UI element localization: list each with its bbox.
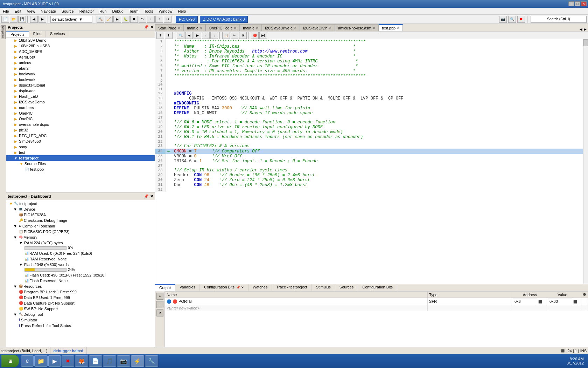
et-bp[interactable]: 🔴: [251, 32, 259, 39]
new-button[interactable]: 📄: [1, 16, 9, 23]
taskbar-music[interactable]: 🎵: [103, 355, 116, 367]
list-item[interactable]: ▶ADC_1MSPS: [6, 49, 155, 54]
tab-sources[interactable]: Sources: [335, 284, 358, 291]
stop2-button[interactable]: ⏹: [517, 16, 525, 23]
dashboard-memory[interactable]: ▼🧠 Memory: [8, 234, 153, 240]
list-item[interactable]: ▶oversample dspic: [6, 122, 155, 127]
dashboard-compiler[interactable]: ▼⚙ Compiler Toolchain: [8, 223, 153, 229]
debug-button[interactable]: 🐛: [122, 16, 130, 23]
tab-i2cslavedrive[interactable]: I2CSlaveDrive.c ✕: [262, 24, 300, 31]
et-btn9[interactable]: ⎘: [239, 32, 247, 39]
maximize-button[interactable]: □: [575, 1, 580, 6]
list-item-test-pbp[interactable]: 📄test.pbp: [6, 166, 155, 172]
code-content[interactable]: [171, 87, 583, 91]
list-item[interactable]: ▶dspic33-tutorial: [6, 82, 155, 88]
code-content[interactable]: #CONFIG: [171, 91, 583, 96]
stop-button[interactable]: ⏹: [130, 16, 138, 23]
project-dropdown[interactable]: default (active) ▼: [50, 16, 92, 23]
dashboard-device[interactable]: ▼💻 Device: [8, 206, 153, 212]
code-content[interactable]: [171, 164, 583, 168]
code-content[interactable]: [171, 188, 583, 192]
tab-output[interactable]: Output: [155, 284, 175, 291]
list-item[interactable]: ▶amicus: [6, 60, 155, 66]
list-item[interactable]: ▶bookwork: [6, 71, 155, 77]
tab-start-page-close[interactable]: ✕: [178, 26, 181, 30]
tab-onepic-lcd[interactable]: OnePIC_lcd.c ✕: [205, 24, 240, 31]
close-button[interactable]: ✕: [581, 1, 587, 6]
watch-add-btn[interactable]: +: [156, 293, 163, 300]
code-content[interactable]: TRISA.6 = 1 '// Set for input. 1 = Decod…: [171, 159, 583, 164]
projects-pin-button[interactable]: 📌: [144, 25, 149, 29]
code-content[interactable]: VRCON = 0 '// Vref Off: [171, 154, 583, 159]
tab-start-page[interactable]: Start Page ✕: [155, 24, 184, 31]
tab-stimulus[interactable]: Stimulus: [312, 284, 335, 291]
code-content[interactable]: '// RA.7 = LED drive or IR receive input…: [171, 125, 583, 130]
navigation-strip-btn[interactable]: Navigation: [1, 25, 6, 39]
code-content[interactable]: __CONFIG _INTOSC_OSC_NOCLKOUT & _WDT_OFF…: [171, 96, 583, 101]
code-content[interactable]: '***************************************…: [171, 39, 583, 44]
list-item[interactable]: ▶atan2: [6, 66, 155, 71]
et-btn3[interactable]: ◀: [185, 32, 193, 39]
reset-button[interactable]: ↺: [164, 16, 172, 23]
code-content[interactable]: '* Name : IR-Chips.bas *: [171, 44, 583, 49]
taskbar-ie[interactable]: e: [21, 355, 34, 367]
list-item[interactable]: ▶Flash_LED: [6, 94, 155, 99]
tab-onepic-lcd-close[interactable]: ✕: [234, 26, 237, 30]
list-item[interactable]: ▶pic32: [6, 127, 155, 133]
back-button[interactable]: ◀: [30, 16, 38, 23]
dashboard-flash[interactable]: ▼ Flash 2048 (0x800) words: [8, 262, 153, 267]
tab-i2cslavedrive-close[interactable]: ✕: [294, 26, 297, 30]
tab-test-pbp-close[interactable]: ✕: [397, 26, 400, 30]
tab-watches[interactable]: Watches: [248, 284, 272, 291]
code-content[interactable]: '* modified : Same PIC functions as IR e…: [171, 64, 583, 69]
list-item[interactable]: ▶OnePIC: [6, 110, 155, 116]
list-item[interactable]: ▶numbers: [6, 105, 155, 110]
et-btn6[interactable]: ↓: [210, 32, 218, 39]
watch-refresh-btn[interactable]: ↺: [156, 309, 163, 316]
tab-i2cslavedrv-close[interactable]: ✕: [329, 26, 332, 30]
tab-amicus[interactable]: amicus-no-osc.asm ✕: [335, 24, 379, 31]
step-into-button[interactable]: ↓: [147, 16, 155, 23]
taskbar-av[interactable]: ✖: [62, 355, 74, 367]
code-content[interactable]: [171, 116, 583, 120]
projects-close-button[interactable]: ✕: [150, 25, 153, 29]
tab-main-c-close[interactable]: ✕: [200, 26, 202, 30]
list-item[interactable]: ▶RTC_LED_ADC: [6, 133, 155, 138]
et-btn7[interactable]: 📋: [222, 32, 230, 39]
tab-config-bits[interactable]: Configuration Bits 📌 ✕: [200, 284, 248, 291]
tab-services[interactable]: Services: [46, 31, 69, 37]
menu-source[interactable]: Source: [59, 8, 77, 14]
dashboard-close-button[interactable]: ✕: [150, 194, 153, 199]
taskbar-pdf[interactable]: 📄: [89, 355, 102, 367]
search-box[interactable]: Search (Ctrl+I): [531, 16, 587, 23]
code-content[interactable]: [171, 79, 583, 83]
list-item[interactable]: ▶I2CSlaveDemo: [6, 99, 155, 105]
tab-main-c[interactable]: main.c ✕: [184, 24, 205, 31]
menu-file[interactable]: File: [0, 8, 12, 14]
code-content[interactable]: '***************************************…: [171, 74, 583, 79]
dashboard-pin-button[interactable]: 📌: [144, 194, 149, 199]
menu-help[interactable]: Help: [175, 8, 189, 14]
menu-window[interactable]: Window: [156, 8, 175, 14]
build-button[interactable]: 🔨: [97, 16, 104, 23]
code-content[interactable]: '// RA.6 = MODE select. 1 = decode funct…: [171, 120, 583, 125]
code-content[interactable]: DEFINE NO_CLRWDT '// Saves 17 words code…: [171, 111, 583, 116]
et-btn5[interactable]: ↑: [202, 32, 210, 39]
code-content[interactable]: '// RA.0 = 1M Latched = 1, Momentary = 0…: [171, 130, 583, 135]
code-content[interactable]: '* Notes : Infrared decoder & encoder IC…: [171, 54, 583, 59]
list-item-testproject[interactable]: ▼testproject: [6, 155, 155, 161]
taskbar-camera[interactable]: 📷: [117, 355, 130, 367]
taskbar-media[interactable]: ▶: [48, 355, 61, 367]
code-content[interactable]: '// For PIC16F62x & A versions: [171, 144, 583, 149]
et-btn8[interactable]: ✂: [231, 32, 238, 39]
tab-test-pbp[interactable]: test.pbp ✕: [379, 24, 403, 31]
tab-scroll-left[interactable]: ◀: [580, 27, 582, 31]
dashboard-resources[interactable]: ▼📦 Resources: [8, 284, 153, 289]
tab-scroll-right[interactable]: ▶: [584, 27, 587, 31]
list-item-source-files[interactable]: ▼Source Files: [6, 161, 155, 166]
code-content[interactable]: One CON 48 '// One = (48 * 25uS) = 1.2mS…: [171, 183, 583, 188]
code-editor[interactable]: 1 '*************************************…: [155, 39, 583, 284]
tab-projects[interactable]: Projects: [6, 31, 29, 37]
code-content[interactable]: Zero CON 24 '// Zero = (24 * 25uS) = 0.6…: [171, 178, 583, 183]
tab-config-pin-icon[interactable]: 📌: [236, 286, 240, 289]
